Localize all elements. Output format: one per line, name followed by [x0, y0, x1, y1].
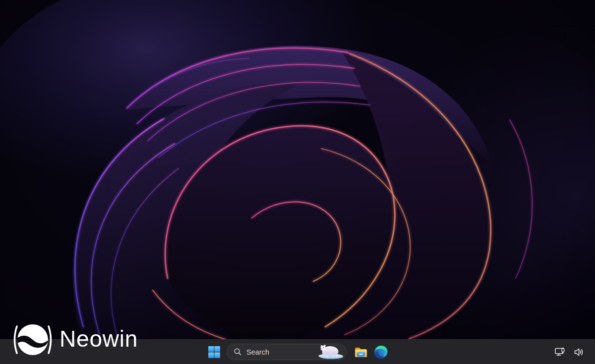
search-icon [234, 348, 242, 356]
network-tray-button[interactable] [551, 342, 568, 362]
edge-browser-icon [374, 345, 388, 359]
windows-start-icon [208, 346, 221, 359]
search-box[interactable]: Search [227, 344, 347, 360]
display-network-icon [554, 346, 566, 358]
desktop: Neowin [0, 0, 595, 364]
neowin-logo-icon [12, 320, 54, 360]
taskbar-center-group: Search [204, 340, 391, 364]
speaker-volume-icon [573, 346, 585, 358]
search-placeholder: Search [246, 348, 346, 356]
folder-icon [354, 345, 368, 359]
start-button[interactable] [204, 342, 224, 362]
neowin-logo-text: Neowin [60, 327, 138, 352]
file-explorer-button[interactable] [351, 342, 371, 362]
edge-button[interactable] [371, 342, 391, 362]
wallpaper-bloom [0, 0, 595, 364]
system-tray [551, 340, 587, 364]
volume-tray-button[interactable] [570, 342, 587, 362]
neowin-watermark: Neowin [12, 320, 138, 360]
